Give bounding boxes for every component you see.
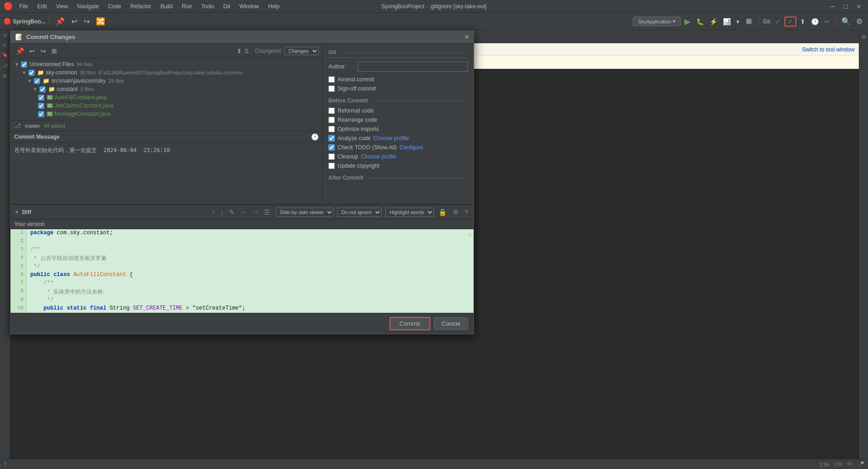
find-button[interactable]: 🔀 xyxy=(94,16,107,27)
constant-item[interactable]: ▼ 📁 constant 5 files xyxy=(11,85,322,93)
amend-commit-checkbox[interactable] xyxy=(328,76,335,83)
jwt-checkbox[interactable] xyxy=(38,103,44,109)
filter-icon[interactable]: ⇅ xyxy=(244,47,249,55)
diff-edit-button[interactable]: ✎ xyxy=(227,208,237,217)
autofill-checkbox[interactable] xyxy=(38,95,44,101)
rearrange-code-checkbox[interactable] xyxy=(328,117,335,123)
dialog-close-button[interactable]: × xyxy=(465,33,469,41)
diff-down-button[interactable]: ↓ xyxy=(219,208,225,217)
signoff-commit-row[interactable]: Sign-off commit xyxy=(328,85,468,92)
update-copyright-checkbox[interactable] xyxy=(328,163,335,169)
author-input[interactable] xyxy=(357,62,468,72)
reformat-code-row[interactable]: Reformat code xyxy=(328,107,468,114)
unversioned-checkbox[interactable] xyxy=(21,62,27,68)
sidebar-project-icon[interactable]: P xyxy=(2,34,8,37)
ignore-select[interactable]: Do not ignore xyxy=(337,208,382,217)
menu-tools[interactable]: Tools xyxy=(198,2,217,11)
menu-build[interactable]: Build xyxy=(158,2,175,11)
menu-edit[interactable]: Edit xyxy=(34,2,50,11)
switch-to-tool-window-link[interactable]: Switch to tool window xyxy=(802,46,855,53)
collapse-button[interactable]: ↩ xyxy=(28,46,37,56)
help-diff-button[interactable]: ? xyxy=(462,208,470,217)
close-button[interactable]: × xyxy=(853,3,864,10)
reformat-code-checkbox[interactable] xyxy=(328,107,335,114)
sidebar-git-icon[interactable]: ⎇ xyxy=(2,62,8,68)
diff-collapse-icon[interactable]: ▼ xyxy=(14,209,19,215)
code-view[interactable]: ⚠ 1 package com.sky.constant; 2 3 /** xyxy=(11,229,473,313)
message-file-item[interactable]: C MessageConstant.java xyxy=(11,110,322,118)
coverage-button[interactable]: 📊 xyxy=(721,18,733,25)
profile-button[interactable]: ⚡ xyxy=(708,18,719,25)
sky-common-checkbox[interactable] xyxy=(28,70,34,76)
optimize-imports-checkbox[interactable] xyxy=(328,126,335,132)
more-run-button[interactable]: ▾ xyxy=(734,18,741,25)
diff-next-button[interactable]: → xyxy=(250,208,260,217)
highlight-select[interactable]: Highlight words xyxy=(385,208,434,217)
check-todo-checkbox[interactable] xyxy=(328,144,335,151)
viewer-select[interactable]: Side-by-side viewer xyxy=(276,208,333,217)
refresh-button[interactable]: ↪ xyxy=(39,46,48,56)
maximize-button[interactable]: □ xyxy=(840,3,851,10)
debug-button[interactable]: 🐛 xyxy=(694,18,706,25)
clock-icon[interactable]: 🕐 xyxy=(311,133,319,141)
src-main-item[interactable]: ▼ 📁 src\main\java\com\sky 29 files xyxy=(11,77,322,85)
analyze-code-row[interactable]: Analyze code Choose profile xyxy=(328,135,468,141)
sidebar-structure-icon[interactable]: 🗂 xyxy=(2,42,7,47)
stop-button[interactable]: ⏹ xyxy=(743,17,755,26)
right-sidebar-settings[interactable]: ⚙ xyxy=(862,34,866,40)
redo-button[interactable]: ↪ xyxy=(81,16,92,27)
sidebar-bookmark-icon[interactable]: 🔖 xyxy=(2,52,8,58)
menu-code[interactable]: Code xyxy=(105,2,124,11)
expand-all-button[interactable]: 📌 xyxy=(14,46,26,56)
optimize-imports-row[interactable]: Optimize imports xyxy=(328,126,468,132)
update-copyright-row[interactable]: Update copyright xyxy=(328,163,468,169)
diff-list-button[interactable]: ☰ xyxy=(262,208,272,217)
analyze-code-link[interactable]: Choose profile xyxy=(373,135,409,141)
git-commit-button[interactable]: ✓ xyxy=(784,17,796,27)
settings-button[interactable]: ⚙ xyxy=(854,17,864,26)
constant-checkbox[interactable] xyxy=(39,86,45,92)
minimize-button[interactable]: ─ xyxy=(826,3,838,10)
git-check-button[interactable]: ✓ xyxy=(773,17,783,26)
menu-navigate[interactable]: Navigate xyxy=(74,2,101,11)
check-todo-link[interactable]: Configure xyxy=(400,144,423,151)
cleanup-link[interactable]: Choose profile xyxy=(361,153,396,160)
menu-file[interactable]: File xyxy=(17,2,31,11)
menu-view[interactable]: View xyxy=(53,2,71,11)
signoff-commit-checkbox[interactable] xyxy=(328,85,335,92)
rearrange-code-row[interactable]: Rearrange code xyxy=(328,117,468,123)
search-button[interactable]: 🔍 xyxy=(840,17,852,26)
run-config-button[interactable]: SkyApplication ▾ xyxy=(633,17,681,26)
git-push-button[interactable]: ⬆ xyxy=(798,18,807,25)
menu-git[interactable]: Git xyxy=(220,2,233,11)
git-undo-button[interactable]: ↩ xyxy=(823,18,832,25)
cleanup-checkbox[interactable] xyxy=(328,153,335,160)
check-todo-row[interactable]: Check TODO (Show All) Configure xyxy=(328,144,468,151)
help-icon[interactable]: ? xyxy=(4,462,6,467)
run-button[interactable]: ▶ xyxy=(682,17,693,27)
settings-diff-button[interactable]: ⚙ xyxy=(451,208,461,217)
sky-common-item[interactable]: ▼ 📁 sky-common 30 files E:\01JAVA\period… xyxy=(11,68,322,77)
src-main-checkbox[interactable] xyxy=(34,78,40,84)
diff-up-button[interactable]: ↑ xyxy=(210,208,217,217)
message-checkbox[interactable] xyxy=(38,111,44,117)
commit-button[interactable]: Commit xyxy=(389,317,430,330)
jwt-file-item[interactable]: C JwtClaimsConstant.java xyxy=(11,102,322,110)
sidebar-maven-icon[interactable]: M xyxy=(3,73,7,79)
menu-help[interactable]: Help xyxy=(265,2,282,11)
menu-window[interactable]: Window xyxy=(237,2,262,11)
changelist-select[interactable]: Changes xyxy=(284,47,319,55)
sort-icon[interactable]: ⬍ xyxy=(237,47,242,55)
lock-button[interactable]: 🔒 xyxy=(436,208,449,217)
analyze-code-checkbox[interactable] xyxy=(328,135,335,141)
bookmark-button[interactable]: 📌 xyxy=(53,16,67,27)
commit-message-input[interactable]: 苍穹外卖初始化代码，第一次提交 2024-06-04 23:26:10 xyxy=(11,143,322,203)
amend-commit-row[interactable]: Amend commit xyxy=(328,76,468,83)
autofill-file-item[interactable]: C AutoFillConstant.java xyxy=(11,93,322,102)
cleanup-row[interactable]: Cleanup Choose profile xyxy=(328,153,468,160)
git-history-button[interactable]: 🕐 xyxy=(809,18,821,25)
diff-prev-button[interactable]: ← xyxy=(238,208,248,217)
menu-refactor[interactable]: Refactor xyxy=(128,2,154,11)
undo-button[interactable]: ↩ xyxy=(69,16,79,27)
menu-run[interactable]: Run xyxy=(179,2,195,11)
